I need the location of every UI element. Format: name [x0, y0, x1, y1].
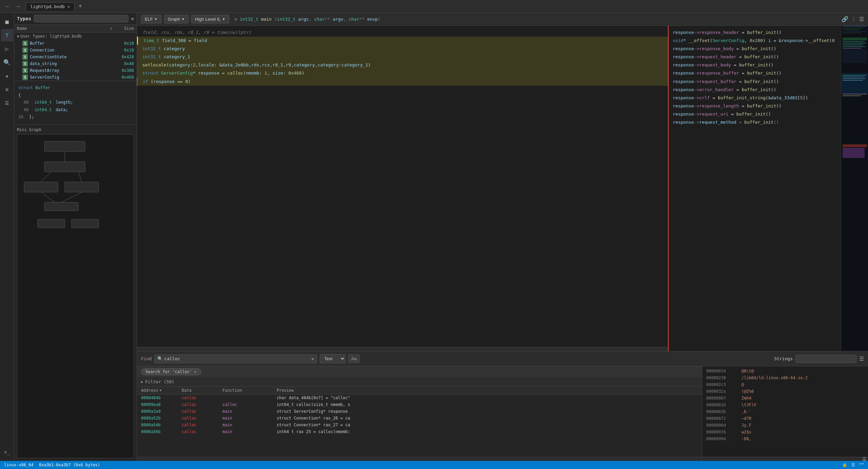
- right-code-pane: response->response_header = buffer_init(…: [668, 26, 841, 351]
- svg-rect-23: [843, 46, 866, 47]
- col-data-header[interactable]: Data: [182, 388, 222, 393]
- strings-list[interactable]: 00000034 @8\t@ 00000238 /lib64/ld-linux-…: [702, 366, 868, 457]
- result-row-6[interactable]: 0000a56b calloc main int64 t rax 25 = ca…: [137, 428, 702, 435]
- string-row-5[interactable]: 00000807 Zmh4: [702, 395, 868, 402]
- string-row-1[interactable]: 00000034 @8\t@: [702, 368, 868, 374]
- string-row-4[interactable]: 0000032a (@Z%0: [702, 388, 868, 395]
- find-clear-button[interactable]: ×: [311, 356, 314, 362]
- sidebar-icon-tag[interactable]: ▷: [1, 43, 13, 55]
- search-results-panel: Search for 'calloc' × ▶ Filter (50) Add: [137, 366, 702, 461]
- string-row-6[interactable]: 00000816 \tJF)V: [702, 402, 868, 408]
- sidebar-icon-home[interactable]: ■: [1, 16, 13, 28]
- result-data-6: calloc: [182, 429, 222, 434]
- svg-rect-18: [843, 33, 861, 33]
- sidebar-icon-settings[interactable]: ⚙: [1, 83, 13, 96]
- result-addr-6: 0000a56b: [141, 429, 182, 434]
- left-h-scrollbar[interactable]: [137, 347, 668, 351]
- type-item-buffer[interactable]: S Buffer 0x10: [14, 40, 137, 47]
- elf-label: ELF: [145, 17, 153, 22]
- type-name-connection: Connection: [30, 48, 114, 53]
- svg-rect-4: [24, 182, 58, 192]
- minimap[interactable]: [841, 26, 868, 351]
- tab-add-button[interactable]: +: [76, 2, 85, 11]
- str-addr-4: 0000032a: [706, 389, 733, 394]
- result-row-2[interactable]: 00009ea0 calloc calloc int64_t calloc(si…: [137, 401, 702, 408]
- str-addr-8: 00000872: [706, 416, 733, 421]
- string-row-11[interactable]: 00000994 -D8,: [702, 435, 868, 442]
- type-item-connection[interactable]: S Connection 0x18: [14, 47, 137, 54]
- result-row-5[interactable]: 0000a54b calloc main struct Connection* …: [137, 422, 702, 428]
- result-row-1[interactable]: 0000484b calloc char data_484b[0x7] = "c…: [137, 394, 702, 401]
- col-func-header[interactable]: Function: [222, 388, 277, 393]
- col-addr-header[interactable]: Address ▼: [141, 388, 182, 393]
- string-row-2[interactable]: 00000238 /lib64/ld-linux-x86-64.so.2: [702, 374, 868, 381]
- scroll-icon[interactable]: ☰: [851, 463, 855, 467]
- col-name-header[interactable]: Name: [17, 26, 110, 31]
- strings-search-input[interactable]: [795, 355, 856, 363]
- case-sensitive-button[interactable]: Aa: [348, 354, 360, 363]
- str-val-11: -D8,: [742, 436, 751, 441]
- find-input[interactable]: [164, 356, 310, 361]
- split-view: field, rcx, rdx, r8_1, r9 = time(nullptr…: [137, 26, 868, 351]
- type-item-datastring[interactable]: S data_string 0x48: [14, 60, 137, 67]
- str-addr-6: 00000816: [706, 403, 733, 407]
- str-val-10: w2$s: [742, 430, 751, 434]
- filter-arrow-icon: ▶: [141, 380, 143, 384]
- result-row-4[interactable]: 0000a52b calloc main struct Connection* …: [137, 415, 702, 422]
- svg-rect-29: [843, 78, 866, 79]
- left-code-scroll[interactable]: field, rcx, rdx, r8_1, r9 = time(nullptr…: [137, 26, 668, 347]
- sidebar-icon-types[interactable]: T: [1, 29, 13, 41]
- string-row-3[interactable]: 000002c3 @: [702, 381, 868, 388]
- types-group[interactable]: ▼ User Types: lighttpd.bndb: [14, 33, 137, 40]
- types-table-header: Name ↑ Size: [14, 25, 137, 33]
- result-data-4: calloc: [182, 416, 222, 421]
- svg-rect-2: [44, 162, 85, 172]
- sidebar-icon-search[interactable]: 🔍: [1, 56, 13, 68]
- right-line-6: response->response_buffer = buffer_init(…: [669, 69, 841, 77]
- find-type-select[interactable]: Text Bytes Regex: [320, 354, 346, 363]
- elf-button[interactable]: ELF ▼: [141, 15, 161, 23]
- col-size-header[interactable]: Size: [114, 26, 134, 31]
- type-item-serverconfig[interactable]: S ServerConfig 0x468: [14, 74, 137, 81]
- sidebar-icon-terminal[interactable]: >_: [1, 446, 13, 458]
- string-row-7[interactable]: 0000083b ,E-`: [702, 408, 868, 415]
- find-menu-button[interactable]: ☰: [859, 355, 864, 362]
- struct-def-open: {: [18, 92, 133, 99]
- sidebar-icon-layers[interactable]: ☰: [1, 97, 13, 109]
- type-item-connectionstate[interactable]: S ConnectionState 0x428: [14, 54, 137, 60]
- group-arrow-icon: ▼: [17, 35, 19, 38]
- types-panel: Types ≡ Name ↑ Size ▼ User Types: lightt…: [14, 13, 137, 461]
- types-header: Types ≡: [14, 13, 137, 25]
- hlil-button[interactable]: High Level IL ▼: [191, 15, 229, 23]
- type-name-datastring: data_string: [30, 61, 114, 66]
- results-h-scrollbar[interactable]: [137, 457, 702, 461]
- types-search-input[interactable]: [34, 15, 128, 22]
- struct-def-close: 10 };: [18, 114, 133, 121]
- tab[interactable]: lighttpd.bndb ×: [26, 2, 75, 11]
- nav-forward-button[interactable]: →: [14, 3, 23, 10]
- sidebar-icon-cross[interactable]: ✚: [1, 70, 13, 82]
- code-line-6: if (response == 0): [137, 78, 668, 86]
- tab-close-button[interactable]: ×: [67, 4, 70, 9]
- type-item-requestarray[interactable]: S RequestArray 0x388: [14, 67, 137, 74]
- filter-header[interactable]: ▶ Filter (50): [137, 377, 702, 387]
- string-row-10[interactable]: 00000976 w2$s: [702, 429, 868, 435]
- toolbar-menu-button[interactable]: ☰: [859, 16, 864, 22]
- search-badge-close[interactable]: ×: [194, 369, 196, 374]
- type-size-serverconfig: 0x468: [114, 75, 134, 80]
- result-row-3[interactable]: 0000a3a9 calloc main struct ServerConfig…: [137, 408, 702, 415]
- split-button[interactable]: ⋮: [851, 16, 856, 22]
- search-badge[interactable]: Search for 'calloc' ×: [141, 368, 201, 375]
- graph-button[interactable]: Graph ▼: [164, 15, 189, 23]
- lock-icon[interactable]: 🔒: [842, 463, 847, 467]
- quote-icon[interactable]: ❝❞: [859, 463, 864, 467]
- string-row-9[interactable]: 0000096d Jy.F: [702, 422, 868, 429]
- right-line-10: response->response_length = buffer_init(…: [669, 102, 841, 110]
- types-menu-icon[interactable]: ≡: [131, 16, 134, 21]
- link-button[interactable]: 🔗: [842, 16, 848, 22]
- string-row-8[interactable]: 00000872 ~d?R: [702, 415, 868, 422]
- find-bar: Find 🔍 × Text Bytes Regex Aa Strings: [137, 351, 868, 366]
- svg-rect-5: [65, 182, 99, 192]
- right-code-scroll[interactable]: response->response_header = buffer_init(…: [669, 26, 841, 351]
- nav-back-button[interactable]: ←: [3, 3, 12, 10]
